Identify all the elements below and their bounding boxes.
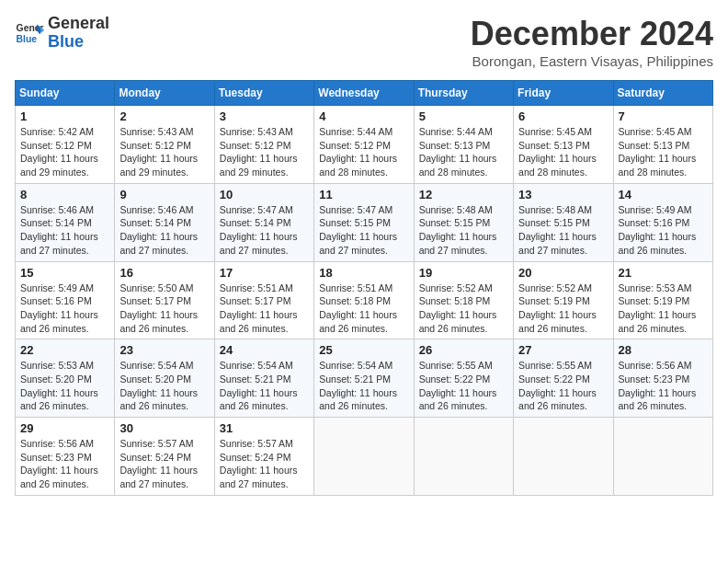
month-title: December 2024 <box>471 15 713 53</box>
calendar-header: SundayMondayTuesdayWednesdayThursdayFrid… <box>16 81 713 106</box>
day-number: 27 <box>518 343 608 357</box>
day-cell-24: 24 Sunrise: 5:54 AM Sunset: 5:21 PM Dayl… <box>214 339 313 418</box>
day-number: 24 <box>220 343 309 357</box>
logo-text: General Blue <box>48 15 109 52</box>
day-cell-4: 4 Sunrise: 5:44 AM Sunset: 5:12 PM Dayli… <box>314 106 414 184</box>
day-number: 25 <box>319 343 408 357</box>
day-number: 7 <box>619 109 708 123</box>
day-number: 6 <box>518 109 608 123</box>
day-info: Sunrise: 5:54 AM Sunset: 5:21 PM Dayligh… <box>220 359 309 413</box>
day-info: Sunrise: 5:57 AM Sunset: 5:24 PM Dayligh… <box>119 437 209 491</box>
day-cell-7: 7 Sunrise: 5:45 AM Sunset: 5:13 PM Dayli… <box>613 106 712 184</box>
day-info: Sunrise: 5:47 AM Sunset: 5:15 PM Dayligh… <box>319 203 408 258</box>
week-row-5: 29 Sunrise: 5:56 AM Sunset: 5:23 PM Dayl… <box>16 418 713 496</box>
header-cell-thursday: Thursday <box>414 81 513 106</box>
day-number: 20 <box>518 266 608 280</box>
week-row-1: 1 Sunrise: 5:42 AM Sunset: 5:12 PM Dayli… <box>16 106 713 184</box>
day-cell-26: 26 Sunrise: 5:55 AM Sunset: 5:22 PM Dayl… <box>414 339 513 418</box>
day-cell-21: 21 Sunrise: 5:53 AM Sunset: 5:19 PM Dayl… <box>613 261 712 339</box>
day-number: 29 <box>20 421 109 435</box>
day-info: Sunrise: 5:49 AM Sunset: 5:16 PM Dayligh… <box>20 282 109 336</box>
header-row: SundayMondayTuesdayWednesdayThursdayFrid… <box>16 81 713 106</box>
header-cell-friday: Friday <box>514 81 613 106</box>
day-info: Sunrise: 5:55 AM Sunset: 5:22 PM Dayligh… <box>419 359 508 413</box>
location-title: Borongan, Eastern Visayas, Philippines <box>471 53 713 69</box>
day-number: 17 <box>220 266 309 280</box>
header-cell-tuesday: Tuesday <box>214 81 313 106</box>
day-info: Sunrise: 5:47 AM Sunset: 5:14 PM Dayligh… <box>220 203 309 258</box>
day-info: Sunrise: 5:43 AM Sunset: 5:12 PM Dayligh… <box>119 125 209 179</box>
calendar-body: 1 Sunrise: 5:42 AM Sunset: 5:12 PM Dayli… <box>16 106 713 496</box>
page-header: General Blue General Blue December 2024 … <box>15 15 713 69</box>
day-number: 5 <box>419 109 508 123</box>
svg-text:Blue: Blue <box>17 33 38 43</box>
day-info: Sunrise: 5:52 AM Sunset: 5:18 PM Dayligh… <box>419 282 508 336</box>
day-cell-6: 6 Sunrise: 5:45 AM Sunset: 5:13 PM Dayli… <box>514 106 613 184</box>
day-cell-18: 18 Sunrise: 5:51 AM Sunset: 5:18 PM Dayl… <box>314 261 414 339</box>
empty-cell <box>613 418 712 496</box>
day-number: 22 <box>20 343 109 357</box>
day-number: 26 <box>419 343 508 357</box>
day-cell-20: 20 Sunrise: 5:52 AM Sunset: 5:19 PM Dayl… <box>514 261 613 339</box>
day-number: 23 <box>119 343 209 357</box>
day-info: Sunrise: 5:46 AM Sunset: 5:14 PM Dayligh… <box>20 203 109 258</box>
day-cell-31: 31 Sunrise: 5:57 AM Sunset: 5:24 PM Dayl… <box>214 418 313 496</box>
day-number: 12 <box>419 188 508 201</box>
day-cell-10: 10 Sunrise: 5:47 AM Sunset: 5:14 PM Dayl… <box>214 183 313 261</box>
day-cell-27: 27 Sunrise: 5:55 AM Sunset: 5:22 PM Dayl… <box>514 339 613 418</box>
day-info: Sunrise: 5:55 AM Sunset: 5:22 PM Dayligh… <box>518 359 608 413</box>
day-number: 21 <box>619 266 708 280</box>
day-info: Sunrise: 5:45 AM Sunset: 5:13 PM Dayligh… <box>619 125 708 179</box>
day-info: Sunrise: 5:57 AM Sunset: 5:24 PM Dayligh… <box>220 437 309 491</box>
day-cell-11: 11 Sunrise: 5:47 AM Sunset: 5:15 PM Dayl… <box>314 183 414 261</box>
day-info: Sunrise: 5:50 AM Sunset: 5:17 PM Dayligh… <box>119 282 209 336</box>
header-cell-wednesday: Wednesday <box>314 81 414 106</box>
day-cell-8: 8 Sunrise: 5:46 AM Sunset: 5:14 PM Dayli… <box>16 183 115 261</box>
day-number: 2 <box>119 109 209 123</box>
day-info: Sunrise: 5:54 AM Sunset: 5:20 PM Dayligh… <box>119 359 209 413</box>
day-cell-13: 13 Sunrise: 5:48 AM Sunset: 5:15 PM Dayl… <box>514 183 613 261</box>
day-number: 19 <box>419 266 508 280</box>
day-info: Sunrise: 5:45 AM Sunset: 5:13 PM Dayligh… <box>518 125 608 179</box>
day-number: 18 <box>319 266 408 280</box>
day-number: 11 <box>319 188 408 201</box>
week-row-3: 15 Sunrise: 5:49 AM Sunset: 5:16 PM Dayl… <box>16 261 713 339</box>
day-cell-22: 22 Sunrise: 5:53 AM Sunset: 5:20 PM Dayl… <box>16 339 115 418</box>
day-cell-1: 1 Sunrise: 5:42 AM Sunset: 5:12 PM Dayli… <box>16 106 115 184</box>
title-block: December 2024 Borongan, Eastern Visayas,… <box>471 15 713 69</box>
empty-cell <box>414 418 513 496</box>
empty-cell <box>514 418 613 496</box>
day-cell-23: 23 Sunrise: 5:54 AM Sunset: 5:20 PM Dayl… <box>115 339 214 418</box>
day-number: 9 <box>119 188 209 201</box>
week-row-4: 22 Sunrise: 5:53 AM Sunset: 5:20 PM Dayl… <box>16 339 713 418</box>
day-number: 4 <box>319 109 408 123</box>
day-info: Sunrise: 5:48 AM Sunset: 5:15 PM Dayligh… <box>419 203 508 258</box>
day-info: Sunrise: 5:42 AM Sunset: 5:12 PM Dayligh… <box>20 125 109 179</box>
logo: General Blue General Blue <box>15 15 109 52</box>
day-cell-19: 19 Sunrise: 5:52 AM Sunset: 5:18 PM Dayl… <box>414 261 513 339</box>
day-info: Sunrise: 5:43 AM Sunset: 5:12 PM Dayligh… <box>220 125 309 179</box>
day-cell-29: 29 Sunrise: 5:56 AM Sunset: 5:23 PM Dayl… <box>16 418 115 496</box>
day-number: 28 <box>619 343 708 357</box>
day-info: Sunrise: 5:52 AM Sunset: 5:19 PM Dayligh… <box>518 282 608 336</box>
day-cell-28: 28 Sunrise: 5:56 AM Sunset: 5:23 PM Dayl… <box>613 339 712 418</box>
day-number: 15 <box>20 266 109 280</box>
day-number: 30 <box>119 421 209 435</box>
day-number: 1 <box>20 109 109 123</box>
day-cell-9: 9 Sunrise: 5:46 AM Sunset: 5:14 PM Dayli… <box>115 183 214 261</box>
day-info: Sunrise: 5:54 AM Sunset: 5:21 PM Dayligh… <box>319 359 408 413</box>
day-info: Sunrise: 5:51 AM Sunset: 5:17 PM Dayligh… <box>220 282 309 336</box>
header-cell-sunday: Sunday <box>16 81 115 106</box>
logo-icon: General Blue <box>15 18 44 48</box>
day-info: Sunrise: 5:53 AM Sunset: 5:19 PM Dayligh… <box>619 282 708 336</box>
day-cell-12: 12 Sunrise: 5:48 AM Sunset: 5:15 PM Dayl… <box>414 183 513 261</box>
week-row-2: 8 Sunrise: 5:46 AM Sunset: 5:14 PM Dayli… <box>16 183 713 261</box>
day-cell-5: 5 Sunrise: 5:44 AM Sunset: 5:13 PM Dayli… <box>414 106 513 184</box>
empty-cell <box>314 418 414 496</box>
day-cell-16: 16 Sunrise: 5:50 AM Sunset: 5:17 PM Dayl… <box>115 261 214 339</box>
day-cell-14: 14 Sunrise: 5:49 AM Sunset: 5:16 PM Dayl… <box>613 183 712 261</box>
day-info: Sunrise: 5:49 AM Sunset: 5:16 PM Dayligh… <box>619 203 708 258</box>
day-number: 31 <box>220 421 309 435</box>
day-cell-17: 17 Sunrise: 5:51 AM Sunset: 5:17 PM Dayl… <box>214 261 313 339</box>
day-info: Sunrise: 5:48 AM Sunset: 5:15 PM Dayligh… <box>518 203 608 258</box>
